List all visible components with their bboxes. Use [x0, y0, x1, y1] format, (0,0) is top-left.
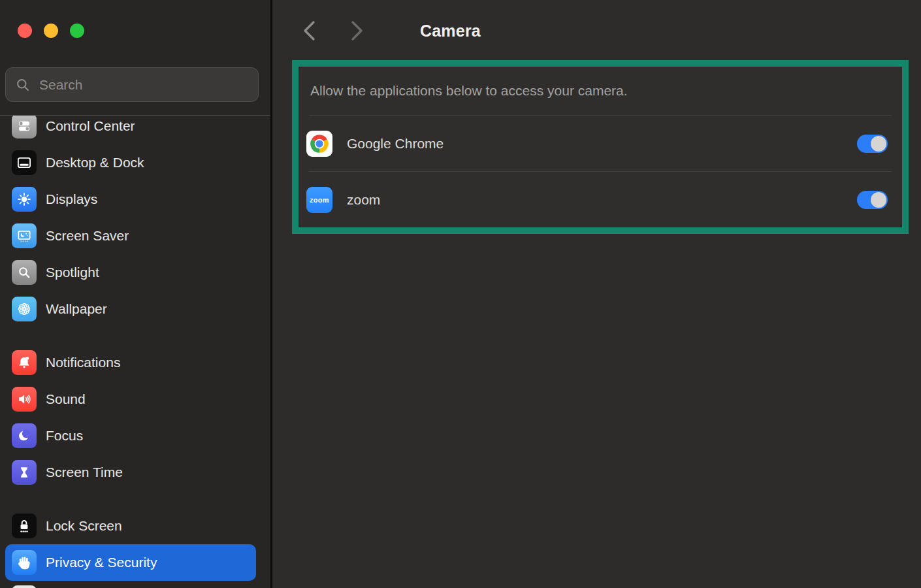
toggle-knob	[871, 136, 886, 152]
sound-icon	[12, 387, 37, 412]
app-row-google-chrome: Google Chrome	[299, 116, 902, 171]
zoom-button[interactable]	[70, 24, 84, 38]
minimize-button[interactable]	[44, 24, 58, 38]
notifications-icon	[12, 350, 37, 375]
sidebar-item-wallpaper[interactable]: Wallpaper	[0, 291, 270, 327]
page-title: Camera	[420, 22, 481, 41]
highlight-annotation-box: Allow the applications below to access y…	[292, 60, 909, 234]
app-name: zoom	[347, 192, 843, 208]
back-button[interactable]	[300, 20, 319, 42]
privacy-security-icon	[12, 550, 37, 575]
sidebar-item-screen-time[interactable]: Screen Time	[0, 454, 270, 491]
camera-permissions-panel: Allow the applications below to access y…	[299, 67, 902, 227]
window-controls	[18, 24, 84, 38]
chevron-left-icon	[301, 20, 318, 42]
system-settings-window: Control Center Desktop & Dock	[0, 0, 921, 588]
main-header: Camera	[300, 20, 481, 42]
spotlight-icon	[12, 260, 37, 285]
desktop-dock-icon	[12, 150, 37, 175]
search-input[interactable]	[39, 77, 249, 93]
sidebar-item-screen-saver[interactable]: Screen Saver	[0, 218, 270, 254]
sidebar-item-label: Notifications	[46, 355, 120, 370]
sidebar-item-label: Privacy & Security	[46, 555, 157, 570]
sidebar-item-spotlight[interactable]: Spotlight	[0, 254, 270, 291]
sidebar-item-label: Focus	[46, 428, 83, 444]
sidebar-item-focus[interactable]: Focus	[0, 417, 270, 454]
search-icon	[15, 77, 31, 93]
focus-icon	[12, 423, 37, 448]
control-center-icon	[12, 116, 37, 139]
screen-saver-icon	[12, 223, 37, 248]
zoom-camera-toggle[interactable]	[857, 191, 888, 209]
sidebar-group-1: Control Center Desktop & Dock	[0, 116, 270, 327]
main-panel: Camera Allow the applications below to a…	[272, 0, 921, 588]
close-button[interactable]	[18, 24, 32, 38]
sidebar-item-label: Screen Time	[46, 465, 123, 480]
zoom-app-icon: zoom	[306, 187, 332, 213]
sidebar-item-desktop-dock[interactable]: Desktop & Dock	[0, 144, 270, 181]
sidebar-group-2: Notifications Sound	[0, 344, 270, 491]
displays-icon	[12, 187, 37, 212]
google-chrome-icon	[306, 131, 332, 157]
forward-button[interactable]	[347, 20, 366, 42]
sidebar-item-label: Lock Screen	[46, 518, 122, 534]
google-chrome-camera-toggle[interactable]	[857, 135, 888, 153]
toggle-knob	[871, 192, 886, 208]
screen-time-icon	[12, 460, 37, 485]
sidebar-item-control-center[interactable]: Control Center	[0, 116, 270, 144]
sidebar-nav: Control Center Desktop & Dock	[0, 116, 270, 588]
sidebar-item-label: Spotlight	[46, 265, 99, 280]
sidebar-item-notifications[interactable]: Notifications	[0, 344, 270, 381]
wallpaper-icon	[12, 297, 37, 321]
sidebar-item-displays[interactable]: Displays	[0, 181, 270, 218]
app-name: Google Chrome	[347, 136, 843, 152]
lock-screen-icon	[12, 514, 37, 538]
sidebar-item-label: Control Center	[46, 118, 135, 134]
sidebar: Control Center Desktop & Dock	[0, 0, 272, 588]
zoom-icon-label: zoom	[310, 196, 329, 204]
search-field[interactable]	[5, 67, 259, 102]
sidebar-item-lock-screen[interactable]: Lock Screen	[0, 508, 270, 544]
camera-permission-description: Allow the applications below to access y…	[299, 67, 902, 115]
sidebar-item-label: Screen Saver	[46, 228, 129, 244]
sidebar-item-privacy-security[interactable]: Privacy & Security	[5, 544, 256, 581]
sidebar-group-3: Lock Screen	[0, 508, 270, 581]
app-row-zoom: zoom zoom	[299, 172, 902, 227]
sidebar-item-partial-icon	[12, 585, 37, 588]
sidebar-item-label: Wallpaper	[46, 301, 107, 317]
sidebar-item-sound[interactable]: Sound	[0, 381, 270, 417]
sidebar-item-label: Sound	[46, 391, 86, 407]
sidebar-item-label: Desktop & Dock	[46, 155, 144, 171]
chevron-right-icon	[348, 20, 365, 42]
sidebar-item-label: Displays	[46, 191, 97, 207]
